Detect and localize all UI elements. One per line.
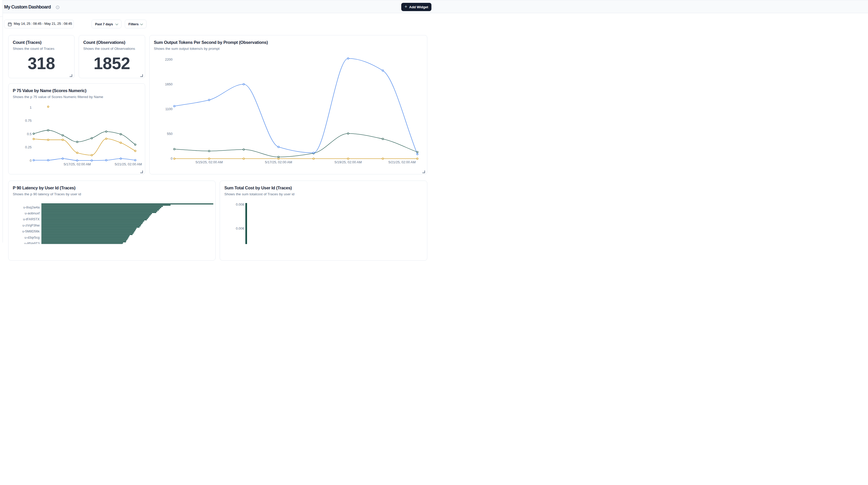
- svg-text:u-tFAR5TX: u-tFAR5TX: [23, 217, 40, 221]
- svg-text:5/21/25, 02:00 AM: 5/21/25, 02:00 AM: [115, 162, 142, 166]
- svg-text:0.25: 0.25: [25, 145, 31, 149]
- svg-text:5/17/25, 02:00 AM: 5/17/25, 02:00 AM: [63, 162, 91, 166]
- svg-text:0.008: 0.008: [236, 203, 244, 206]
- svg-text:0.75: 0.75: [25, 119, 31, 123]
- svg-text:5/15/25, 02:00 AM: 5/15/25, 02:00 AM: [195, 160, 223, 164]
- svg-text:550: 550: [167, 132, 173, 136]
- svg-text:1100: 1100: [165, 107, 173, 111]
- svg-text:5/19/25, 02:00 AM: 5/19/25, 02:00 AM: [335, 160, 362, 164]
- svg-text:u-8sq2w4a: u-8sq2w4a: [23, 205, 39, 209]
- svg-text:0: 0: [30, 158, 31, 162]
- svg-text:2200: 2200: [165, 58, 173, 61]
- svg-text:0: 0: [170, 157, 172, 160]
- svg-text:1: 1: [30, 105, 31, 110]
- svg-text:u-aobnuxf: u-aobnuxf: [25, 211, 39, 215]
- svg-text:5/17/25, 02:00 AM: 5/17/25, 02:00 AM: [265, 160, 292, 164]
- svg-text:0.5: 0.5: [27, 132, 31, 136]
- svg-text:u-8fVa9T3: u-8fVa9T3: [24, 241, 39, 243]
- svg-text:1650: 1650: [165, 82, 173, 86]
- svg-text:u-5M8D56k: u-5M8D56k: [22, 229, 40, 233]
- svg-text:0.006: 0.006: [236, 226, 244, 231]
- svg-text:u-d3qr5cg: u-d3qr5cg: [24, 235, 39, 239]
- svg-text:5/21/25, 02:00 AM: 5/21/25, 02:00 AM: [389, 160, 416, 164]
- svg-text:u-zVqP3hw: u-zVqP3hw: [23, 223, 40, 227]
